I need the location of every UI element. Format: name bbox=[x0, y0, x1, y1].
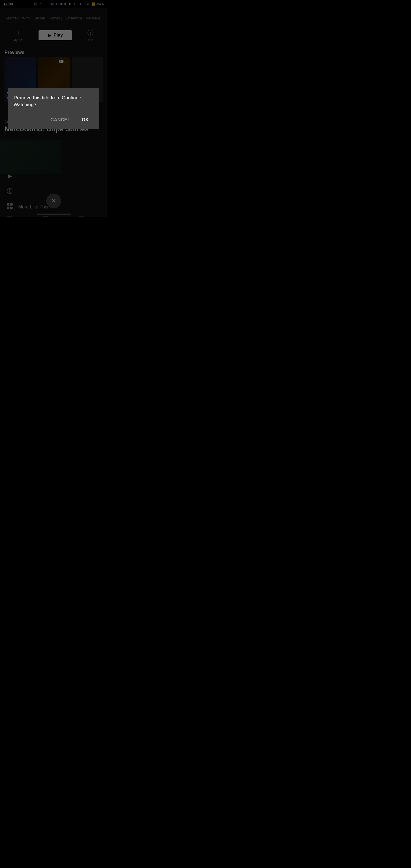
dialog-message: Remove this title from Continue Watching… bbox=[14, 94, 94, 108]
cancel-button[interactable]: CANCEL bbox=[46, 115, 75, 125]
dialog-overlay: Remove this title from Continue Watching… bbox=[0, 0, 107, 217]
dialog-box: Remove this title from Continue Watching… bbox=[8, 88, 99, 129]
ok-button[interactable]: OK bbox=[77, 115, 94, 125]
dialog-buttons: CANCEL OK bbox=[14, 115, 94, 125]
